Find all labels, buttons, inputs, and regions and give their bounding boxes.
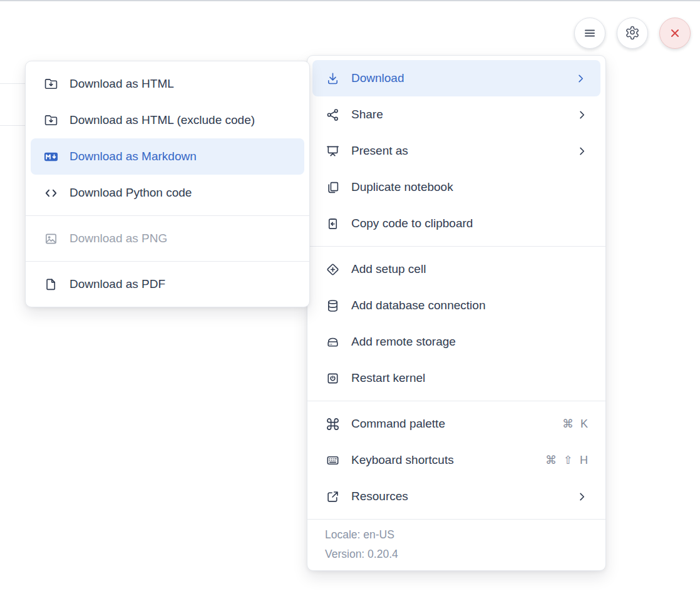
menu-item-label: Copy code to clipboard [351,217,473,230]
menu-item-label: Add database connection [351,299,485,312]
menu-item-command-palette[interactable]: Command palette⌘ K [307,406,605,442]
menu-item-duplicate-notebook[interactable]: Duplicate notebook [307,169,605,205]
menu-item-download-as-markdown[interactable]: Download as Markdown [31,138,304,175]
chevron-right-icon [576,491,588,503]
menu-item-add-remote-storage[interactable]: Add remote storage [307,324,605,360]
menu-item-label: Download Python code [69,186,192,200]
menu-group: Download as PDF [26,261,309,307]
menu-group: Add setup cellAdd database connectionAdd… [307,246,605,401]
menu-item-label: Share [351,108,383,121]
menu-footer: Locale: en-USVersion: 0.20.4 [307,519,605,570]
menu-item-share[interactable]: Share [307,96,605,133]
menu-item-resources[interactable]: Resources [307,478,605,515]
menu-group: DownloadSharePresent asDuplicate noteboo… [307,56,605,246]
menu-item-label: Download [351,71,404,85]
locale-text: Locale: en-US [307,525,605,545]
menu-item-label: Download as Markdown [69,150,197,163]
hamburger-icon [582,26,597,41]
menu-item-restart-kernel[interactable]: Restart kernel [307,360,605,396]
menu-group: Download as HTMLDownload as HTML (exclud… [26,61,309,215]
hard-drive-icon [325,334,341,350]
menu-item-label: Restart kernel [351,371,425,385]
menu-item-label: Add remote storage [351,335,456,349]
menu-item-label: Command palette [351,417,445,431]
page-edge-line [0,125,26,126]
menu-item-download[interactable]: Download [312,60,600,96]
markdown-icon [43,149,59,165]
external-link-icon [325,489,341,505]
power-icon [325,371,341,386]
command-icon [325,416,341,432]
menu-item-download-python-code[interactable]: Download Python code [26,175,309,211]
menu-item-label: Duplicate notebook [351,180,453,194]
menu-item-keyboard-shortcuts[interactable]: Keyboard shortcuts⌘ ⇧ H [307,442,605,478]
menu-item-label: Download as PNG [69,232,167,245]
duplicate-icon [325,180,341,195]
database-icon [325,298,341,314]
menu-item-label: Download as HTML (exclude code) [69,113,255,127]
menu-item-label: Present as [351,144,408,158]
menu-item-download-as-html[interactable]: Download as HTML [26,66,309,102]
download-submenu: Download as HTMLDownload as HTML (exclud… [25,61,310,307]
page-edge-line [0,83,26,84]
folder-download-icon [43,76,59,92]
version-text: Version: 0.20.4 [307,545,605,564]
menu-item-present-as[interactable]: Present as [307,133,605,169]
menu-button[interactable] [574,18,605,49]
download-icon [325,71,341,86]
gear-icon [625,26,640,41]
settings-button[interactable] [617,18,648,49]
menu-group: Command palette⌘ KKeyboard shortcuts⌘ ⇧ … [307,401,605,519]
chevron-right-icon [576,109,588,121]
close-button[interactable] [659,18,691,49]
menu-item-label: Download as HTML [69,77,174,91]
keyboard-icon [325,453,341,468]
menu-item-label: Resources [351,490,408,503]
chevron-right-icon [575,73,587,85]
menu-item-copy-code-to-clipboard[interactable]: Copy code to clipboard [307,205,605,242]
shortcut-hint: ⌘ ⇧ H [545,453,588,467]
file-icon [43,277,59,292]
menu-item-add-setup-cell[interactable]: Add setup cell [307,251,605,287]
folder-download-icon [43,113,59,128]
presentation-icon [325,143,341,159]
menu-group: Download as PNG [26,215,309,261]
menu-item-label: Keyboard shortcuts [351,453,454,467]
code-icon [43,185,59,201]
clipboard-copy-icon [325,216,341,232]
chevron-right-icon [576,145,588,157]
menu-item-label: Add setup cell [351,262,426,276]
menu-item-download-as-html-exclude-code[interactable]: Download as HTML (exclude code) [26,102,309,138]
image-icon [43,231,59,247]
menu-item-download-as-png: Download as PNG [26,220,309,257]
shortcut-hint: ⌘ K [562,417,588,431]
page-top-border [0,0,700,1]
menu-item-label: Download as PDF [69,277,165,291]
share-icon [325,107,341,123]
notebook-menu: DownloadSharePresent asDuplicate noteboo… [307,55,606,571]
menu-item-download-as-pdf[interactable]: Download as PDF [26,266,309,302]
menu-item-add-database-connection[interactable]: Add database connection [307,287,605,324]
diamond-plus-icon [325,262,341,277]
close-icon [667,26,682,41]
